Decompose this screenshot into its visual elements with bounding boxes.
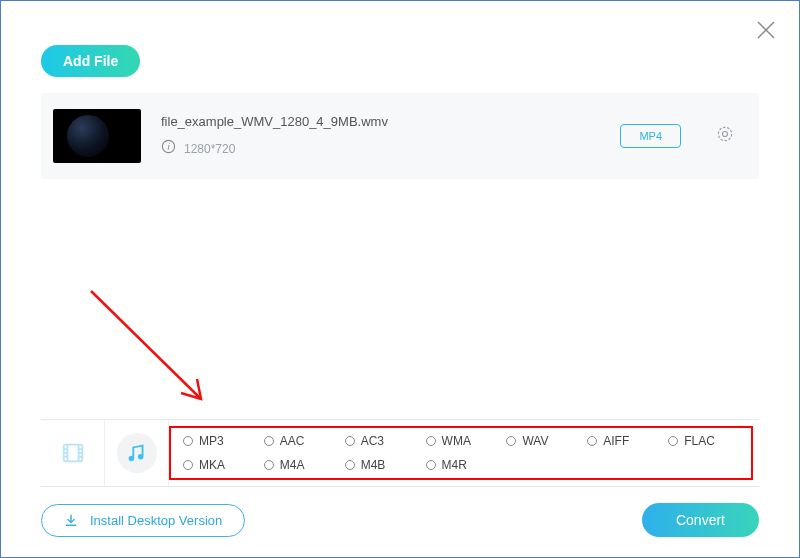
radio-icon [345,436,355,446]
svg-point-5 [723,132,728,137]
audio-tab[interactable] [105,420,169,486]
format-option-mp3[interactable]: MP3 [183,434,260,448]
format-option-aac[interactable]: AAC [264,434,341,448]
file-row: file_example_WMV_1280_4_9MB.wmv i 1280*7… [41,93,759,179]
close-button[interactable] [755,19,777,45]
svg-point-16 [128,456,134,462]
app-window: Add File file_example_WMV_1280_4_9MB.wmv… [0,0,800,558]
install-desktop-label: Install Desktop Version [90,513,222,528]
bottom-bar: Install Desktop Version Convert [1,487,799,557]
top-bar: Add File [1,1,799,93]
format-option-m4a[interactable]: M4A [264,458,341,472]
format-label: AC3 [361,434,384,448]
format-label: AAC [280,434,305,448]
install-desktop-button[interactable]: Install Desktop Version [41,504,245,537]
radio-icon [668,436,678,446]
radio-icon [183,460,193,470]
gear-icon [715,124,735,144]
output-format-badge[interactable]: MP4 [620,124,681,148]
format-panel: MP3AACAC3WMAWAVAIFFFLACMKAM4AM4BM4R [41,419,759,487]
format-option-ac3[interactable]: AC3 [345,434,422,448]
radio-icon [587,436,597,446]
download-icon [64,513,78,527]
info-icon[interactable]: i [161,139,176,158]
format-option-flac[interactable]: FLAC [668,434,745,448]
svg-point-17 [137,454,143,460]
file-thumbnail[interactable] [53,109,141,163]
format-label: WMA [442,434,471,448]
video-tab[interactable] [41,420,105,486]
format-label: MP3 [199,434,224,448]
radio-icon [506,436,516,446]
thumbnail-image [67,115,109,157]
music-icon [124,440,150,466]
file-name: file_example_WMV_1280_4_9MB.wmv [161,114,600,129]
format-option-m4b[interactable]: M4B [345,458,422,472]
format-label: M4B [361,458,386,472]
format-option-aiff[interactable]: AIFF [587,434,664,448]
format-label: M4A [280,458,305,472]
svg-point-4 [718,127,731,140]
close-icon [755,19,777,41]
radio-icon [264,436,274,446]
format-label: FLAC [684,434,715,448]
radio-icon [426,436,436,446]
convert-button[interactable]: Convert [642,503,759,537]
file-meta: file_example_WMV_1280_4_9MB.wmv i 1280*7… [161,114,600,158]
format-label: M4R [442,458,467,472]
format-label: WAV [522,434,548,448]
settings-button[interactable] [715,124,735,148]
film-icon [60,440,86,466]
svg-text:i: i [167,142,170,152]
file-resolution: 1280*720 [184,142,235,156]
format-label: AIFF [603,434,629,448]
audio-format-grid: MP3AACAC3WMAWAVAIFFFLACMKAM4AM4BM4R [169,420,759,486]
radio-icon [264,460,274,470]
format-option-wav[interactable]: WAV [506,434,583,448]
format-option-mka[interactable]: MKA [183,458,260,472]
format-label: MKA [199,458,225,472]
add-file-button[interactable]: Add File [41,45,140,77]
format-option-m4r[interactable]: M4R [426,458,503,472]
format-option-wma[interactable]: WMA [426,434,503,448]
radio-icon [183,436,193,446]
radio-icon [345,460,355,470]
radio-icon [426,460,436,470]
